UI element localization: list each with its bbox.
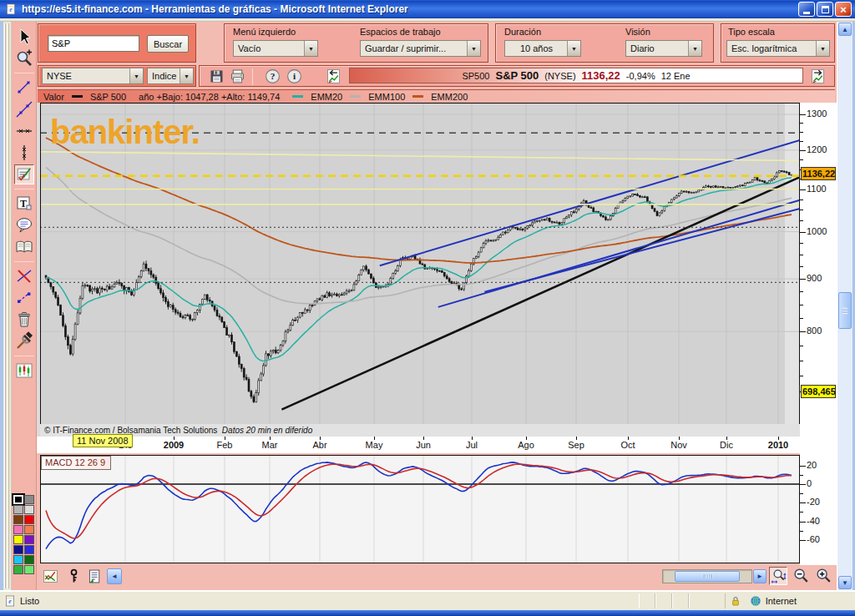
palette-color[interactable] bbox=[13, 525, 23, 534]
sp500-swatch bbox=[72, 95, 83, 98]
espacios-select[interactable]: Guardar / suprimir... bbox=[360, 40, 481, 57]
x-axis-label: Feb bbox=[217, 440, 233, 450]
vline-tool-icon[interactable] bbox=[14, 143, 34, 163]
scroll-up-button[interactable]: ▲ bbox=[838, 23, 852, 36]
macd-axis-tick bbox=[800, 466, 806, 467]
chart-new-icon[interactable] bbox=[42, 568, 59, 585]
vision-select[interactable]: Diario bbox=[625, 40, 702, 57]
duracion-select[interactable]: 10 años bbox=[504, 40, 581, 57]
palette-color[interactable] bbox=[24, 505, 34, 514]
scroll-left-button[interactable]: ◄ bbox=[107, 568, 122, 584]
toolbar-separator bbox=[14, 73, 34, 73]
x-axis-label: Nov bbox=[670, 440, 687, 450]
indicator-edit-icon[interactable] bbox=[14, 164, 34, 184]
scroll-down-button[interactable]: ▼ bbox=[838, 576, 852, 589]
price-axis-tick bbox=[800, 132, 803, 133]
chevron-down-icon[interactable] bbox=[567, 41, 580, 56]
zoom-plus-icon[interactable] bbox=[14, 48, 34, 68]
palette-color[interactable] bbox=[13, 555, 23, 564]
palette-color[interactable] bbox=[24, 495, 34, 504]
price-axis-tick bbox=[800, 243, 803, 244]
toolbar-separator bbox=[14, 261, 34, 262]
macd-chart[interactable] bbox=[40, 455, 800, 563]
palette-color[interactable] bbox=[24, 545, 34, 554]
price-axis-tick bbox=[800, 279, 806, 280]
vision-label: Visión bbox=[625, 27, 650, 37]
segment-icon[interactable] bbox=[14, 288, 34, 308]
duration-vision-panel: Duración 10 años Visión Diario bbox=[495, 23, 714, 63]
palette-color[interactable] bbox=[24, 535, 34, 544]
duracion-label: Duración bbox=[504, 27, 541, 37]
vertical-scrollbar-thumb[interactable] bbox=[838, 292, 852, 329]
search-input[interactable] bbox=[48, 35, 139, 52]
ticker-bar: SP500 S&P 500 (NYSE) 1136,22 -0,94% 12 E… bbox=[349, 68, 803, 83]
ticker-change: -0,94% bbox=[626, 71, 655, 81]
palette-color[interactable] bbox=[13, 495, 23, 504]
save-icon[interactable] bbox=[208, 68, 225, 85]
zoom-fit-icon[interactable] bbox=[769, 567, 787, 585]
tools-icon[interactable] bbox=[14, 331, 34, 351]
macd-axis-label: -20 bbox=[807, 497, 820, 507]
palette-color[interactable] bbox=[13, 535, 23, 544]
page-export-icon[interactable] bbox=[86, 568, 104, 585]
text-tool-icon[interactable]: T bbox=[14, 194, 34, 214]
scroll-right-button[interactable]: ► bbox=[753, 569, 766, 583]
book-icon[interactable] bbox=[14, 237, 34, 257]
macd-axis-label: -40 bbox=[807, 516, 820, 526]
vertical-scrollbar[interactable]: ▲ ▼ bbox=[837, 22, 852, 590]
print-icon[interactable] bbox=[229, 68, 246, 85]
chevron-down-icon[interactable] bbox=[816, 41, 829, 56]
last-price-marker: 1136,22 bbox=[801, 167, 836, 180]
palette-color[interactable] bbox=[13, 545, 23, 554]
pointer-icon[interactable] bbox=[14, 27, 34, 47]
palette-color[interactable] bbox=[24, 515, 34, 524]
chevron-down-icon[interactable] bbox=[129, 68, 143, 83]
delete-line-icon[interactable] bbox=[14, 266, 34, 286]
color-palette bbox=[13, 495, 36, 574]
price-axis-label: 1000 bbox=[807, 226, 827, 236]
chart-copyright: © IT-Finance.com / Bolsamania Tech Solut… bbox=[40, 424, 800, 437]
palette-color[interactable] bbox=[24, 525, 34, 534]
palette-color[interactable] bbox=[13, 515, 23, 524]
instrument-type-select[interactable]: Indice bbox=[147, 68, 194, 84]
help-icon[interactable]: ? bbox=[264, 68, 281, 85]
next-chart-icon[interactable] bbox=[809, 68, 827, 85]
hline-tool-icon[interactable] bbox=[14, 121, 34, 141]
palette-color[interactable] bbox=[13, 505, 23, 514]
price-axis-tick bbox=[800, 318, 803, 319]
macd-axis-label: 20 bbox=[807, 460, 817, 470]
zoom-in-icon[interactable] bbox=[814, 567, 832, 585]
trendline-long-icon[interactable] bbox=[14, 99, 34, 119]
chevron-down-icon[interactable] bbox=[467, 41, 480, 56]
comment-icon[interactable] bbox=[14, 215, 34, 235]
minimize-button[interactable] bbox=[798, 2, 815, 17]
chevron-down-icon[interactable] bbox=[180, 68, 193, 83]
maximize-button[interactable] bbox=[817, 2, 833, 17]
search-button[interactable]: Buscar bbox=[147, 35, 189, 53]
key-icon[interactable] bbox=[65, 568, 83, 585]
palette-color[interactable] bbox=[24, 555, 34, 564]
prev-chart-icon[interactable] bbox=[325, 68, 342, 85]
chart-legend: Valor S&P 500 año +Bajo: 1047,28 +Alto: … bbox=[38, 89, 835, 103]
chevron-down-icon[interactable] bbox=[304, 41, 317, 56]
horizontal-scrollbar[interactable] bbox=[662, 569, 752, 583]
title-bar[interactable]: e https://es5.it-finance.com - Herramien… bbox=[0, 0, 855, 18]
info-icon[interactable]: i bbox=[286, 68, 303, 85]
price-chart[interactable] bbox=[40, 103, 800, 437]
trash-icon[interactable] bbox=[14, 310, 34, 330]
menu-izquierdo-select[interactable]: Vacío bbox=[233, 40, 318, 57]
palette-color[interactable] bbox=[24, 565, 34, 574]
globe-icon bbox=[749, 594, 762, 608]
close-button[interactable]: × bbox=[835, 2, 852, 17]
horizontal-scrollbar-thumb[interactable] bbox=[675, 571, 740, 582]
palette-color[interactable] bbox=[13, 565, 23, 574]
chart-candles-icon[interactable] bbox=[14, 361, 34, 381]
price-axis-tick bbox=[800, 141, 803, 142]
trendline-icon[interactable] bbox=[14, 78, 34, 98]
exchange-select[interactable]: NYSE bbox=[42, 68, 144, 84]
tipo-escala-select[interactable]: Esc. logarítmica bbox=[726, 40, 830, 57]
zoom-out-icon[interactable] bbox=[792, 567, 810, 585]
window-bottom-border bbox=[0, 610, 855, 616]
x-axis-label: Abr bbox=[312, 440, 326, 450]
chevron-down-icon[interactable] bbox=[688, 41, 701, 56]
